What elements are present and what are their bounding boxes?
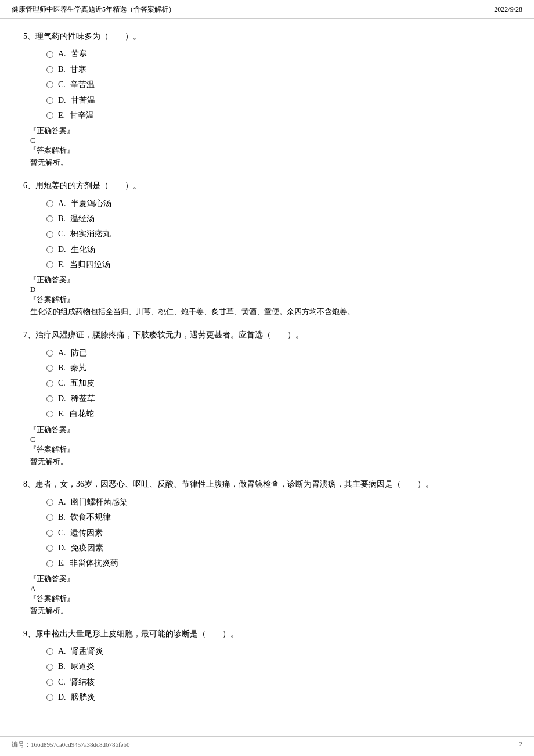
header-title: 健康管理师中医养生学真题近5年精选（含答案解析） xyxy=(12,5,175,15)
answer-section: 『正确答案』D『答案解析』生化汤的组成药物包括全当归、川芎、桃仁、炮干姜、炙甘草… xyxy=(29,275,511,318)
option-label: A. xyxy=(58,645,66,658)
radio-icon[interactable] xyxy=(46,395,53,402)
analysis-text: 生化汤的组成药物包括全当归、川芎、桃仁、炮干姜、炙甘草、黄酒、童便。余四方均不含… xyxy=(30,306,511,318)
page-footer: 编号：166d8957ca0cd9457a38dc8d6786feb0 2 xyxy=(0,736,534,749)
radio-icon[interactable] xyxy=(46,350,53,357)
question-text: 9、尿中检出大量尾形上皮细胞，最可能的诊断是（ ）。 xyxy=(23,628,511,640)
radio-icon[interactable] xyxy=(46,365,53,372)
option-text: 肾结核 xyxy=(70,676,95,689)
option-label: B. xyxy=(58,511,66,524)
analysis-label: 『答案解析』 xyxy=(29,593,511,604)
radio-icon[interactable] xyxy=(46,246,53,253)
analysis-text: 暂无解析。 xyxy=(30,157,511,169)
question-block-5: 5、理气药的性味多为（ ）。A.苦寒B.甘寒C.辛苦温D.甘苦温E.甘辛温『正确… xyxy=(23,30,511,169)
radio-icon[interactable] xyxy=(46,97,53,104)
option-item: D.稀莶草 xyxy=(46,393,511,405)
radio-icon[interactable] xyxy=(46,81,53,88)
answer-section: 『正确答案』A『答案解析』暂无解析。 xyxy=(29,574,511,617)
main-content: 5、理气药的性味多为（ ）。A.苦寒B.甘寒C.辛苦温D.甘苦温E.甘辛温『正确… xyxy=(0,19,534,750)
option-text: 饮食不规律 xyxy=(70,511,111,524)
option-text: 非甾体抗炎药 xyxy=(70,557,118,570)
option-text: 免疫因素 xyxy=(71,542,103,555)
radio-icon[interactable] xyxy=(46,648,53,655)
option-label: E. xyxy=(58,408,65,420)
option-text: 当归四逆汤 xyxy=(70,258,110,271)
radio-icon[interactable] xyxy=(46,261,53,268)
option-item: C.枳实消痞丸 xyxy=(46,228,511,240)
option-text: 稀莶草 xyxy=(71,393,95,405)
radio-icon[interactable] xyxy=(46,499,53,506)
option-label: C. xyxy=(58,228,66,240)
option-item: B.秦艽 xyxy=(46,362,511,375)
radio-icon[interactable] xyxy=(46,545,53,552)
analysis-label: 『答案解析』 xyxy=(29,294,511,305)
option-item: C.辛苦温 xyxy=(46,78,511,91)
answer-label: 『正确答案』 xyxy=(29,574,511,584)
option-item: B.甘寒 xyxy=(46,63,511,76)
option-label: B. xyxy=(58,213,66,225)
radio-icon[interactable] xyxy=(46,66,53,73)
radio-icon[interactable] xyxy=(46,231,53,238)
answer-value: C xyxy=(30,136,511,145)
radio-icon[interactable] xyxy=(46,215,53,222)
question-block-7: 7、治疗风湿痹证，腰膝疼痛，下肢痿软无力，遇劳更甚者。应首选（ ）。A.防已B.… xyxy=(23,329,511,467)
option-text: 辛苦温 xyxy=(70,78,95,91)
option-item: D.免疫因素 xyxy=(46,542,511,555)
radio-icon[interactable] xyxy=(46,694,53,701)
radio-icon[interactable] xyxy=(46,679,53,686)
option-text: 甘苦温 xyxy=(71,94,95,107)
option-text: 秦艽 xyxy=(70,362,86,375)
option-text: 五加皮 xyxy=(70,377,95,390)
options-list: A.肾盂肾炎B.尿道炎C.肾结核D.膀胱炎 xyxy=(23,645,511,704)
question-text: 5、理气药的性味多为（ ）。 xyxy=(23,30,511,43)
radio-icon[interactable] xyxy=(46,112,53,119)
option-text: 生化汤 xyxy=(71,243,95,256)
option-item: A.半夏泻心汤 xyxy=(46,197,511,210)
question-text: 6、用炮姜的的方剂是（ ）。 xyxy=(23,179,511,192)
answer-value: A xyxy=(30,584,511,593)
option-text: 甘寒 xyxy=(70,63,86,76)
option-item: C.肾结核 xyxy=(46,676,511,689)
option-item: A.苦寒 xyxy=(46,48,511,60)
option-text: 温经汤 xyxy=(70,213,95,225)
question-block-6: 6、用炮姜的的方剂是（ ）。A.半夏泻心汤B.温经汤C.枳实消痞丸D.生化汤E.… xyxy=(23,179,511,318)
option-text: 苦寒 xyxy=(71,48,87,60)
question-block-9: 9、尿中检出大量尾形上皮细胞，最可能的诊断是（ ）。A.肾盂肾炎B.尿道炎C.肾… xyxy=(23,628,511,704)
option-label: C. xyxy=(58,527,66,539)
radio-icon[interactable] xyxy=(46,664,53,671)
option-text: 尿道炎 xyxy=(70,660,95,673)
option-text: 枳实消痞丸 xyxy=(70,228,111,240)
option-item: D.生化汤 xyxy=(46,243,511,256)
option-item: B.饮食不规律 xyxy=(46,511,511,524)
option-text: 幽门螺杆菌感染 xyxy=(71,496,128,509)
radio-icon[interactable] xyxy=(46,51,53,58)
page-header: 健康管理师中医养生学真题近5年精选（含答案解析） 2022/9/28 xyxy=(0,0,534,19)
radio-icon[interactable] xyxy=(46,514,53,521)
option-label: B. xyxy=(58,660,66,673)
answer-section: 『正确答案』C『答案解析』暂无解析。 xyxy=(29,424,511,468)
option-item: C.五加皮 xyxy=(46,377,511,390)
radio-icon[interactable] xyxy=(46,530,53,537)
radio-icon[interactable] xyxy=(46,411,53,417)
answer-section: 『正确答案』C『答案解析』暂无解析。 xyxy=(29,125,511,169)
option-item: B.温经汤 xyxy=(46,213,511,225)
radio-icon[interactable] xyxy=(46,380,53,387)
option-label: B. xyxy=(58,362,66,375)
option-label: C. xyxy=(58,377,66,390)
option-label: C. xyxy=(58,676,66,689)
option-label: D. xyxy=(58,542,66,555)
option-item: C.遗传因素 xyxy=(46,527,511,539)
analysis-text: 暂无解析。 xyxy=(30,605,511,617)
analysis-label: 『答案解析』 xyxy=(29,145,511,156)
question-block-8: 8、患者，女，36岁，因恶心、呕吐、反酸、节律性上腹痛，做胃镜检查，诊断为胃溃疡… xyxy=(23,478,511,617)
radio-icon[interactable] xyxy=(46,560,53,567)
answer-label: 『正确答案』 xyxy=(29,125,511,136)
option-item: A.肾盂肾炎 xyxy=(46,645,511,658)
option-label: D. xyxy=(58,691,66,704)
option-item: E.当归四逆汤 xyxy=(46,258,511,271)
question-text: 7、治疗风湿痹证，腰膝疼痛，下肢痿软无力，遇劳更甚者。应首选（ ）。 xyxy=(23,329,511,341)
option-item: E.甘辛温 xyxy=(46,109,511,122)
option-text: 防已 xyxy=(71,347,87,359)
option-label: C. xyxy=(58,78,66,91)
radio-icon[interactable] xyxy=(46,200,53,207)
